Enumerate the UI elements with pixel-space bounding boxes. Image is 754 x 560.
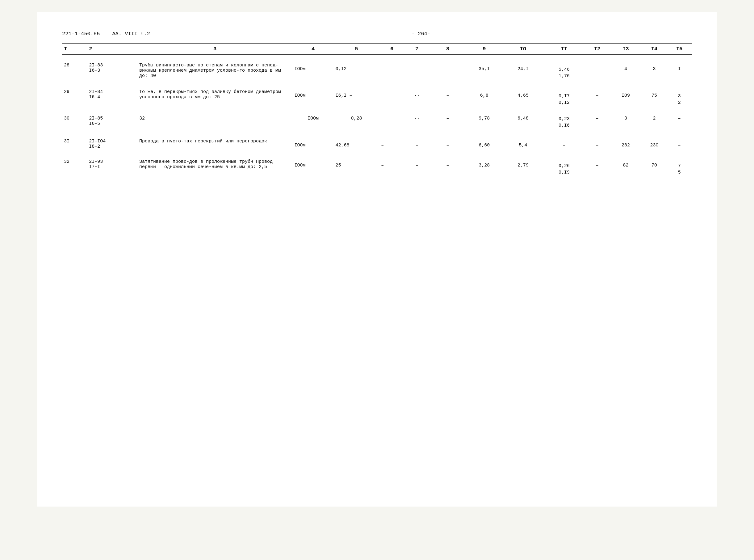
- row-28-col9: [466, 61, 502, 64]
- table-row-29: 29 2I-84 I6-4 То же, в перекры-тиях под …: [62, 87, 692, 91]
- col-header-5: 5: [334, 43, 380, 55]
- row-code-32: 2I-93 I7-I: [87, 157, 137, 178]
- row-code-28: 2I-83 I6-3: [87, 61, 137, 81]
- row-code-30: 2I-85 I6-5: [87, 114, 137, 131]
- row-28-col15: [667, 61, 692, 64]
- row-num-30: 30: [62, 114, 87, 131]
- row-28-col8: [429, 61, 466, 64]
- table-row-30: 30 2I-85 I6-5 32 IOOм 0,28 ·· – 9,78 6,4…: [62, 114, 692, 131]
- col-header-4: 4: [292, 43, 333, 55]
- header-left: 221-1-450.85 АА. VIII ч.2: [62, 31, 150, 37]
- table-row-31: 3I 2I-IO4 I8-2 Провода в пусто-тах перек…: [62, 137, 692, 141]
- doc-number: 221-1-450.85: [62, 31, 100, 37]
- row-desc-31: Провода в пусто-тах перекрытий или перег…: [137, 137, 293, 151]
- row-28-col6: [379, 61, 404, 64]
- col-header-10: IO: [502, 43, 544, 55]
- row-code-31: 2I-IO4 I8-2: [87, 137, 137, 151]
- col-header-11: II: [544, 43, 585, 55]
- row-desc-30: 32: [137, 114, 293, 131]
- row-num-29: 29: [62, 87, 87, 108]
- table-row: 28 2I-83 I6-3 Трубы винипласто-вые по ст…: [62, 61, 692, 64]
- row-num-31: 3I: [62, 137, 87, 151]
- row-28-col13: [610, 61, 641, 64]
- col-header-12: I2: [585, 43, 610, 55]
- column-header-row: I 2 3 4 5 6 7 8 9 IO II I2 I3 I4 I5: [62, 43, 692, 55]
- col-header-1: I: [62, 43, 87, 55]
- page-header: 221-1-450.85 АА. VIII ч.2 - 264-: [62, 31, 692, 37]
- row-28-col10: [502, 61, 544, 64]
- col-header-2: 2: [87, 43, 137, 55]
- row-28-col5: [334, 61, 380, 64]
- col-header-9: 9: [466, 43, 502, 55]
- row-28-col14: [641, 61, 667, 64]
- table-row-32: 32 2I-93 I7-I Затягивание прово-дов в пр…: [62, 157, 692, 161]
- col-header-13: I3: [610, 43, 641, 55]
- page-number: - 264-: [412, 31, 430, 37]
- col-header-6: 6: [379, 43, 404, 55]
- col-header-14: I4: [641, 43, 667, 55]
- col-header-7: 7: [405, 43, 429, 55]
- row-28-col12: [585, 61, 610, 64]
- row-desc-32: Затягивание прово-дов в проложенные труб…: [137, 157, 293, 178]
- sheet-label: АА. VIII ч.2: [112, 31, 150, 37]
- row-28-col4: [292, 61, 333, 64]
- row-28-col7: [405, 61, 429, 64]
- row-desc-28: Трубы винипласто-вые по стенам и колонна…: [137, 61, 293, 81]
- col-header-3: 3: [137, 43, 293, 55]
- main-table: I 2 3 4 5 6 7 8 9 IO II I2 I3 I4 I5: [62, 43, 692, 178]
- row-code-29: 2I-84 I6-4: [87, 87, 137, 108]
- page: 221-1-450.85 АА. VIII ч.2 - 264-: [37, 12, 717, 506]
- table-wrapper: I 2 3 4 5 6 7 8 9 IO II I2 I3 I4 I5: [62, 43, 692, 178]
- row-num-28: 28: [62, 61, 87, 81]
- row-num-32: 32: [62, 157, 87, 178]
- row-desc-29: То же, в перекры-тиях под заливку бетоно…: [137, 87, 293, 108]
- col-header-15: I5: [667, 43, 692, 55]
- row-28-col11: [544, 61, 585, 64]
- header-center: - 264-: [412, 31, 430, 37]
- col-header-8: 8: [429, 43, 466, 55]
